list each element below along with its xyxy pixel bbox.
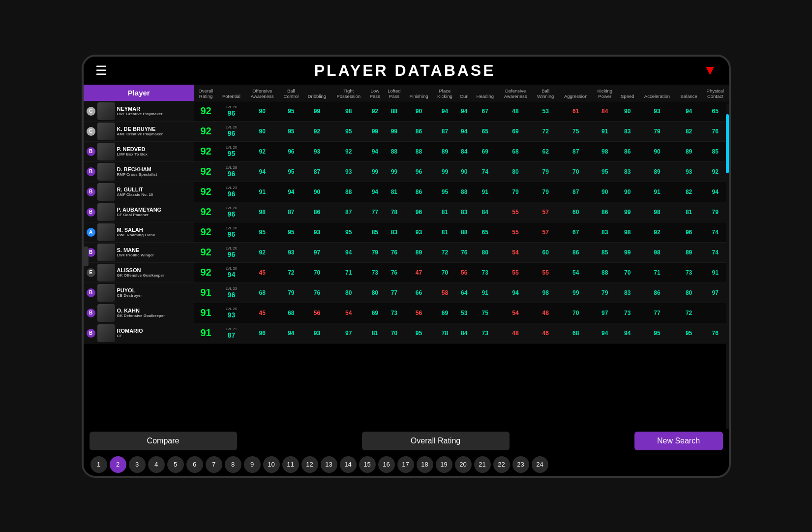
stat-cell: 70 <box>559 161 593 182</box>
stat-cell: 55 <box>533 262 559 282</box>
page-button[interactable]: 16 <box>378 456 395 473</box>
player-cell: C K. DE BRUYNE AMF Creative Playmaker <box>84 121 194 141</box>
page-button[interactable]: 19 <box>436 456 452 473</box>
stat-cell: 91 <box>638 182 676 202</box>
stat-cell: 60 <box>559 202 593 222</box>
page-button[interactable]: 15 <box>359 456 376 473</box>
page-button[interactable]: 7 <box>206 456 222 473</box>
col-acceleration: Acceleration <box>638 85 676 101</box>
page-button[interactable]: 6 <box>186 456 203 473</box>
overall-rating-cell: 91 <box>194 323 217 343</box>
download-icon[interactable]: ▼ <box>703 63 717 78</box>
page-button[interactable]: 4 <box>148 456 165 473</box>
table-row: C NEYMAR LWF Creative Playmaker 92LVL 20… <box>84 101 729 121</box>
stat-cell: 81 <box>433 202 456 222</box>
stat-cell: 57 <box>533 202 559 222</box>
potential-cell: LVL 2094 <box>217 262 245 282</box>
stat-cell: 55 <box>498 202 532 222</box>
stat-cell: 58 <box>433 282 456 303</box>
stat-cell: 94 <box>593 323 617 343</box>
player-badge-letter: B <box>87 188 95 196</box>
stat-cell: 82 <box>676 182 702 202</box>
stat-cell: 72 <box>533 121 559 141</box>
stat-cell: 98 <box>593 141 617 161</box>
col-heading: Heading <box>472 85 498 101</box>
page-button[interactable]: 18 <box>417 456 433 473</box>
page-button[interactable]: 24 <box>532 456 548 473</box>
player-badge-letter: B <box>87 167 95 176</box>
stat-cell: 76 <box>456 242 472 262</box>
stat-cell: 95 <box>331 121 366 141</box>
page-button[interactable]: 14 <box>340 456 357 473</box>
new-search-button[interactable]: New Search <box>634 432 723 450</box>
page-button[interactable]: 8 <box>225 456 241 473</box>
col-ball-winning: BallWinning <box>533 85 559 101</box>
page-button[interactable]: 5 <box>167 456 184 473</box>
player-cell: E ALISSON GK Offensive Goalkeeper <box>84 262 194 282</box>
player-avatar <box>97 123 115 140</box>
scrollbar[interactable] <box>726 104 729 429</box>
stat-cell: 98 <box>638 202 676 222</box>
player-table: Player OverallRating Potential Offensive… <box>84 85 729 344</box>
compare-button[interactable]: Compare <box>90 432 237 450</box>
player-badge-letter: C <box>87 127 95 136</box>
stat-cell: 88 <box>405 141 433 161</box>
player-position: CB Destroyer <box>117 293 142 298</box>
stat-cell: 99 <box>366 121 384 141</box>
page-button[interactable]: 3 <box>129 456 146 473</box>
col-kicking-power: KickingPower <box>593 85 617 101</box>
page-button[interactable]: 13 <box>321 456 337 473</box>
page-button[interactable]: 12 <box>301 456 318 473</box>
page-button[interactable]: 20 <box>455 456 472 473</box>
stat-cell: 53 <box>533 101 559 121</box>
stat-cell: 94 <box>456 121 472 141</box>
potential-cell: LVL 2096 <box>217 222 245 242</box>
player-name: P. NEDVED <box>117 146 148 152</box>
page-button[interactable]: 23 <box>512 456 529 473</box>
stat-cell: 75 <box>559 121 593 141</box>
stat-cell: 76 <box>702 121 728 141</box>
col-speed: Speed <box>617 85 638 101</box>
stat-cell: 86 <box>405 121 433 141</box>
col-player: Player <box>84 85 194 101</box>
page-button[interactable]: 21 <box>474 456 491 473</box>
stat-cell: 54 <box>559 262 593 282</box>
stat-cell: 85 <box>702 141 728 161</box>
page-button[interactable]: 10 <box>263 456 280 473</box>
stat-cell: 98 <box>245 202 279 222</box>
stat-cell: 73 <box>384 303 405 323</box>
page-button[interactable]: 11 <box>282 456 299 473</box>
stat-cell: 81 <box>433 222 456 242</box>
stat-cell: 94 <box>676 101 702 121</box>
overall-rating-button[interactable]: Overall Rating <box>362 432 510 450</box>
stat-cell: 95 <box>279 161 303 182</box>
stat-cell: 99 <box>384 161 405 182</box>
page-button[interactable]: 22 <box>493 456 510 473</box>
overall-rating-cell: 91 <box>194 282 217 303</box>
stat-cell: 70 <box>559 303 593 323</box>
player-cell: B PUYOL CB Destroyer <box>84 282 194 303</box>
stat-cell: 67 <box>559 222 593 242</box>
page-button[interactable]: 17 <box>397 456 414 473</box>
stat-cell: 78 <box>384 202 405 222</box>
stat-cell: 90 <box>456 161 472 182</box>
player-avatar <box>97 183 115 201</box>
stat-cell: 66 <box>405 282 433 303</box>
menu-icon[interactable]: ☰ <box>95 64 107 77</box>
player-position: CF <box>117 334 143 338</box>
page-button[interactable]: 2 <box>110 456 126 473</box>
page-button[interactable]: 9 <box>244 456 261 473</box>
stat-cell: 94 <box>245 161 279 182</box>
stat-cell: 72 <box>676 303 702 323</box>
stat-cell: 94 <box>702 182 728 202</box>
stat-cell: 95 <box>433 182 456 202</box>
col-def-awareness: DefensiveAwareness <box>498 85 532 101</box>
table-scroll[interactable]: Player OverallRating Potential Offensive… <box>84 85 729 429</box>
stat-cell: 94 <box>433 101 456 121</box>
stat-cell: 97 <box>303 242 331 262</box>
stat-cell: 86 <box>303 202 331 222</box>
stat-cell: 83 <box>617 161 638 182</box>
page-button[interactable]: 1 <box>90 456 107 473</box>
stat-cell: 81 <box>676 202 702 222</box>
stat-cell: 90 <box>638 141 676 161</box>
